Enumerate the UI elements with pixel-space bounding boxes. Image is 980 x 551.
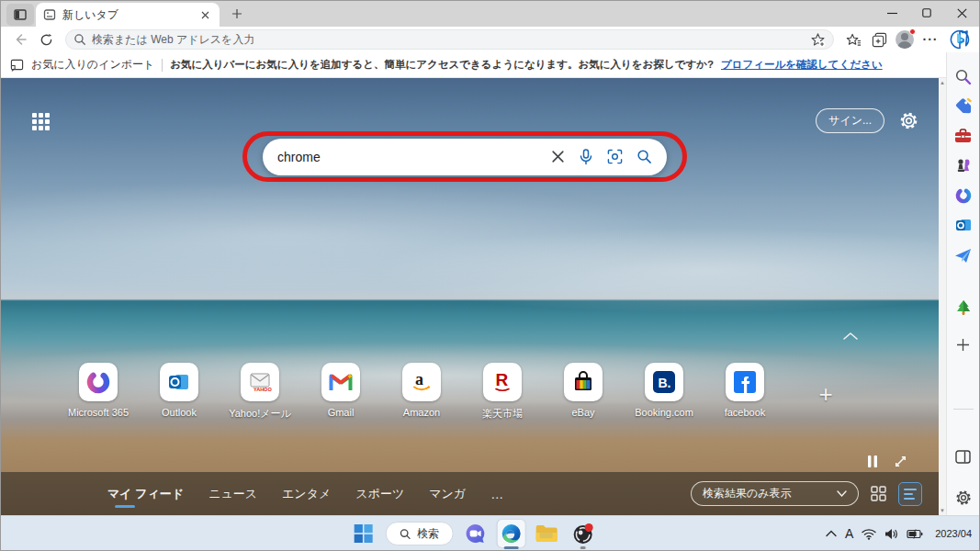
page-settings-gear-icon[interactable] — [899, 111, 918, 130]
sidebar-customize-button[interactable] — [952, 333, 974, 355]
start-button[interactable] — [349, 520, 377, 547]
quick-link-amazon[interactable]: a Amazon — [381, 363, 462, 421]
search-input-value[interactable]: chrome — [277, 150, 537, 164]
navigation-toolbar: 検索または Web アドレスを入力 ··· — [1, 27, 979, 52]
visual-search-icon[interactable] — [607, 149, 623, 164]
scroll-up-arrow[interactable]: ▲ — [940, 80, 945, 85]
favorites-bar: お気に入りのインポート お気に入りバーにお気に入りを追加すると、簡単にアクセスで… — [1, 52, 946, 78]
taskbar-explorer-button[interactable] — [533, 520, 560, 547]
tree-icon — [955, 299, 972, 317]
quick-link-outlook[interactable]: Outlook — [139, 363, 220, 421]
sign-in-button[interactable]: サイン... — [816, 108, 884, 133]
favorites-button[interactable] — [841, 28, 865, 51]
back-button[interactable] — [8, 28, 32, 51]
page-scrollbar[interactable]: ▲ ▼ — [939, 78, 946, 515]
chevron-down-icon — [837, 490, 847, 497]
microsoft-365-icon — [86, 370, 110, 394]
sidebar-settings-button[interactable] — [952, 487, 974, 509]
tab-close-icon[interactable] — [197, 7, 212, 22]
ime-indicator[interactable]: A — [845, 526, 853, 541]
pause-background-icon[interactable] — [866, 455, 879, 468]
taskbar-search-box[interactable]: 検索 — [385, 522, 453, 545]
add-favorite-star-icon[interactable] — [810, 32, 826, 48]
feed-tab-sports[interactable]: スポーツ — [355, 480, 404, 508]
taskbar-chat-button[interactable] — [461, 520, 489, 547]
feed-tab-my-feed[interactable]: マイ フィード — [107, 480, 184, 508]
ntp-search-box[interactable]: chrome — [263, 139, 667, 175]
clear-search-icon[interactable] — [551, 150, 565, 163]
feed-filter-dropdown[interactable]: 検索結果のみ表示 — [691, 481, 859, 506]
sidebar-panel-button[interactable] — [952, 445, 974, 467]
favorites-bar-divider — [162, 59, 163, 72]
tab-actions-menu-button[interactable] — [6, 4, 34, 26]
feed-tab-entertainment[interactable]: エンタメ — [282, 480, 331, 508]
sidebar-tools-button[interactable] — [952, 125, 974, 147]
close-button[interactable] — [944, 1, 979, 25]
outlook-sidebar-icon — [955, 218, 972, 233]
list-layout-icon-selected[interactable] — [898, 482, 922, 506]
feed-tab-news[interactable]: ニュース — [208, 480, 257, 508]
add-shortcut-button[interactable]: + — [807, 376, 844, 412]
sidebar-games-button[interactable] — [952, 154, 974, 176]
tab-new-tab[interactable]: 新しいタブ — [36, 3, 220, 27]
sidebar-shopping-button[interactable] — [952, 95, 974, 117]
gmail-icon — [329, 373, 353, 391]
settings-menu-button[interactable]: ··· — [918, 28, 942, 51]
maximize-button[interactable] — [909, 1, 944, 25]
address-placeholder: 検索または Web アドレスを入力 — [92, 32, 805, 48]
sidebar-search-icon — [954, 68, 972, 85]
collections-button[interactable] — [867, 28, 891, 51]
minimize-button[interactable] — [874, 1, 909, 25]
side-panel-icon — [955, 450, 971, 464]
profile-button[interactable] — [893, 28, 917, 51]
refresh-icon — [39, 33, 53, 47]
booking-icon: B. — [652, 370, 676, 394]
wifi-icon[interactable] — [862, 528, 876, 540]
profile-notification-dot — [909, 28, 916, 35]
quick-link-rakuten[interactable]: R 楽天市場 — [462, 363, 543, 421]
chat-icon — [464, 523, 486, 545]
toolbox-icon — [954, 129, 972, 143]
taskbar-edge-button[interactable] — [497, 520, 524, 547]
quick-link-gmail[interactable]: Gmail — [300, 363, 381, 421]
quick-link-booking[interactable]: B. Booking.com — [624, 363, 704, 421]
sidebar-outlook-button[interactable] — [952, 214, 974, 236]
feed-bar: マイ フィード ニュース エンタメ スポーツ マンガ … 検索結果のみ表示 — [1, 472, 939, 515]
taskbar-clock[interactable]: 2023/04 — [935, 528, 972, 539]
rakuten-icon: R — [491, 370, 513, 394]
taskbar-search-icon — [399, 528, 411, 540]
shopping-tag-icon — [954, 97, 972, 115]
search-submit-icon[interactable] — [636, 149, 652, 164]
sidebar-drop-button[interactable] — [952, 244, 974, 266]
feed-tab-manga[interactable]: マンガ — [429, 480, 466, 508]
sidebar-search-button[interactable] — [952, 65, 974, 87]
collapse-chevron-icon[interactable] — [842, 332, 859, 341]
sidebar-microsoft-365-button[interactable] — [952, 185, 974, 207]
new-tab-button[interactable] — [225, 3, 249, 25]
voice-search-icon[interactable] — [579, 149, 593, 165]
quick-link-ebay[interactable]: eBay — [543, 363, 624, 421]
sidebar-tree-button[interactable] — [952, 297, 974, 319]
windows-logo-icon — [353, 523, 373, 544]
sidebar-divider — [953, 409, 974, 410]
quick-link-yahoo-mail[interactable]: YAHOO! Yahoo!メール — [220, 363, 300, 421]
check-profile-link[interactable]: プロフィールを確認してください — [721, 58, 883, 72]
grid-layout-icon[interactable] — [871, 486, 886, 501]
scroll-down-arrow[interactable]: ▼ — [940, 508, 945, 513]
battery-icon[interactable] — [907, 529, 923, 539]
fullscreen-background-icon[interactable] — [894, 455, 907, 468]
quick-link-facebook[interactable]: facebook — [704, 363, 785, 421]
bing-chat-button[interactable] — [944, 28, 975, 51]
taskbar-obs-button[interactable] — [569, 520, 596, 547]
address-bar[interactable]: 検索または Web アドレスを入力 — [65, 29, 834, 50]
edge-browser-window: 新しいタブ 検索または Web アドレスを入力 — [0, 0, 980, 551]
yahoo-mail-icon: YAHOO! — [248, 371, 272, 393]
feed-more-button[interactable]: … — [490, 487, 504, 501]
quick-link-microsoft-365[interactable]: Microsoft 365 — [58, 363, 139, 421]
import-favorites-button[interactable]: お気に入りのインポート — [31, 57, 154, 73]
volume-icon[interactable] — [884, 528, 898, 540]
tray-chevron-up-icon[interactable] — [826, 530, 837, 537]
app-launcher-button[interactable] — [32, 113, 51, 131]
refresh-button[interactable] — [34, 28, 58, 51]
quick-links-row: Microsoft 365 Outlook YAHOO! Yahoo!メール — [58, 363, 785, 421]
